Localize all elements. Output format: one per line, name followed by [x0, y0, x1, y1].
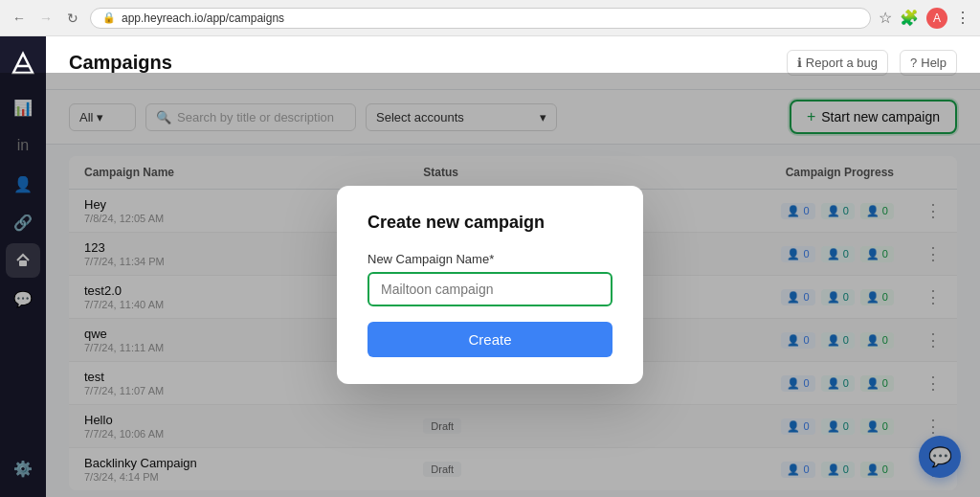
report-bug-button[interactable]: ℹ Report a bug	[787, 50, 888, 76]
top-bar-actions: ℹ Report a bug ? Help	[787, 50, 957, 76]
modal-title: Create new campaign	[368, 213, 612, 233]
create-campaign-button[interactable]: Create	[368, 322, 612, 357]
bookmark-icon[interactable]: ☆	[879, 9, 892, 27]
extensions-icon[interactable]: 🧩	[900, 9, 919, 27]
help-button[interactable]: ? Help	[900, 50, 957, 76]
address-bar[interactable]: 🔒 app.heyreach.io/app/campaigns	[90, 8, 871, 29]
account-icon[interactable]: A	[926, 8, 947, 29]
help-icon: ?	[910, 56, 917, 70]
page-title: Campaigns	[69, 52, 172, 74]
back-button[interactable]: ←	[10, 9, 29, 28]
menu-icon[interactable]: ⋮	[955, 9, 970, 27]
url-text: app.heyreach.io/app/campaigns	[122, 11, 858, 25]
forward-button[interactable]: →	[36, 9, 56, 28]
campaign-name-label: New Campaign Name*	[368, 252, 612, 266]
create-campaign-modal: Create new campaign New Campaign Name* C…	[337, 186, 643, 384]
campaign-name-input[interactable]	[368, 272, 612, 306]
lock-icon: 🔒	[102, 11, 116, 24]
svg-marker-0	[13, 54, 33, 73]
refresh-button[interactable]: ↻	[63, 9, 82, 28]
modal-overlay[interactable]: Create new campaign New Campaign Name* C…	[0, 73, 980, 497]
browser-chrome: ← → ↻ 🔒 app.heyreach.io/app/campaigns ☆ …	[0, 0, 980, 36]
browser-actions: ☆ 🧩 A ⋮	[879, 8, 970, 29]
report-icon: ℹ	[797, 56, 802, 70]
